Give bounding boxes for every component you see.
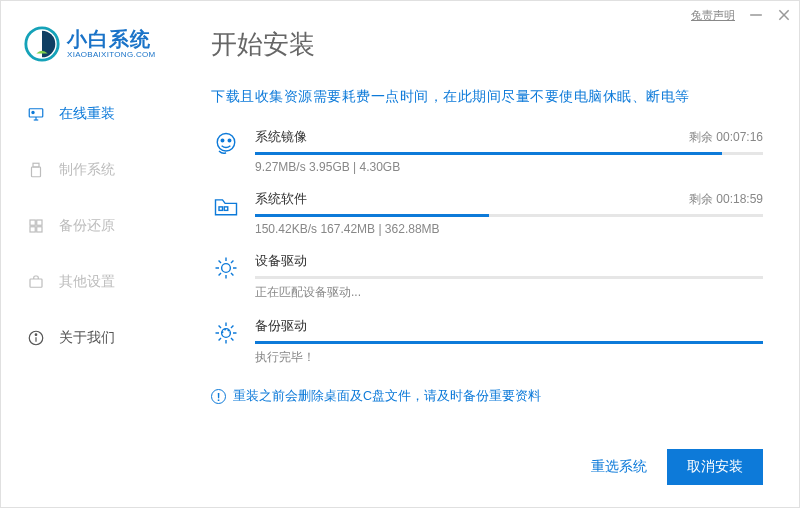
nav-other-settings[interactable]: 其他设置 [23,265,177,299]
nav-label: 在线重装 [59,105,115,123]
logo-title: 小白系统 [67,29,156,49]
minimize-button[interactable] [749,8,763,22]
task-title: 系统软件 [255,190,307,208]
logo: 小白系统 XIAOBAIXITONG.COM [23,25,177,63]
task-title: 设备驱动 [255,252,307,270]
gear-icon [211,254,241,284]
notice-text: 下载且收集资源需要耗费一点时间，在此期间尽量不要使电脑休眠、断电等 [211,88,763,106]
svg-rect-10 [32,167,41,177]
gear-sync-icon [211,319,241,349]
warning-icon: ! [211,389,226,404]
task-remaining: 剩余 00:07:16 [689,129,763,146]
monitor-icon [27,105,45,123]
progress-bar [255,341,763,344]
disclaimer-link[interactable]: 兔责声明 [691,8,735,23]
task-detail: 150.42KB/s 167.42MB | 362.88MB [255,222,763,236]
svg-rect-22 [219,207,223,211]
close-button[interactable] [777,8,791,22]
nav-backup-restore[interactable]: 备份还原 [23,209,177,243]
nav-label: 备份还原 [59,217,115,235]
svg-point-20 [221,139,224,142]
svg-rect-11 [30,220,35,225]
svg-rect-23 [224,207,228,211]
sidebar: 小白系统 XIAOBAIXITONG.COM 在线重装 制作系统 备份还原 其他… [1,29,197,507]
svg-point-4 [33,35,41,43]
task-detail: 正在匹配设备驱动... [255,284,763,301]
svg-point-19 [217,134,235,152]
progress-bar [255,276,763,279]
task-title: 备份驱动 [255,317,307,335]
folder-icon [211,192,241,222]
page-title: 开始安装 [211,27,763,62]
task-title: 系统镜像 [255,128,307,146]
nav-label: 关于我们 [59,329,115,347]
svg-point-21 [228,139,231,142]
container: 小白系统 XIAOBAIXITONG.COM 在线重装 制作系统 备份还原 其他… [1,29,799,507]
task-device-driver: 设备驱动 正在匹配设备驱动... [211,252,763,301]
info-icon [27,329,45,347]
image-icon [211,130,241,160]
svg-rect-15 [30,279,42,287]
reselect-system-button[interactable]: 重选系统 [591,458,647,476]
grid-icon [27,217,45,235]
svg-rect-12 [37,220,42,225]
nav-list: 在线重装 制作系统 备份还原 其他设置 关于我们 [23,97,177,355]
svg-point-8 [32,111,34,113]
nav-about[interactable]: 关于我们 [23,321,177,355]
svg-rect-14 [37,227,42,232]
progress-bar [255,152,763,155]
nav-label: 其他设置 [59,273,115,291]
logo-subtitle: XIAOBAIXITONG.COM [67,51,156,59]
task-system-software: 系统软件 剩余 00:18:59 150.42KB/s 167.42MB | 3… [211,190,763,236]
svg-rect-5 [29,109,43,117]
task-system-image: 系统镜像 剩余 00:07:16 9.27MB/s 3.95GB | 4.30G… [211,128,763,174]
nav-online-reinstall[interactable]: 在线重装 [23,97,177,131]
task-backup-driver: 备份驱动 执行完毕！ [211,317,763,366]
warning-text: 重装之前会删除桌面及C盘文件，请及时备份重要资料 [233,388,541,405]
nav-label: 制作系统 [59,161,115,179]
progress-bar [255,214,763,217]
main: 开始安装 下载且收集资源需要耗费一点时间，在此期间尽量不要使电脑休眠、断电等 系… [197,29,799,507]
nav-make-system[interactable]: 制作系统 [23,153,177,187]
usb-icon [27,161,45,179]
task-detail: 9.27MB/s 3.95GB | 4.30GB [255,160,763,174]
briefcase-icon [27,273,45,291]
svg-point-18 [35,334,37,336]
task-detail: 执行完毕！ [255,349,763,366]
svg-rect-13 [30,227,35,232]
logo-icon [23,25,61,63]
cancel-install-button[interactable]: 取消安装 [667,449,763,485]
warning-row: ! 重装之前会删除桌面及C盘文件，请及时备份重要资料 [211,388,763,405]
svg-point-24 [222,264,231,273]
footer: 重选系统 取消安装 [211,431,763,507]
task-remaining: 剩余 00:18:59 [689,191,763,208]
